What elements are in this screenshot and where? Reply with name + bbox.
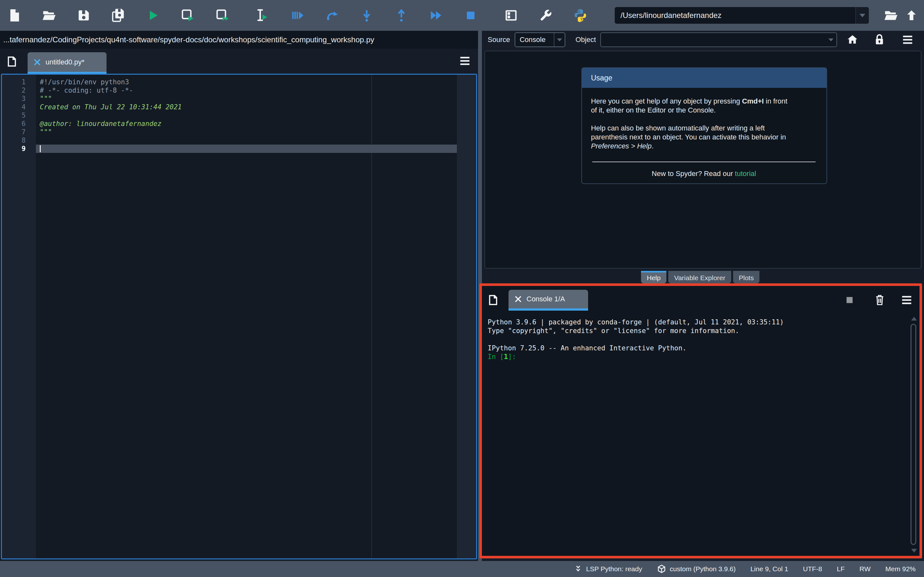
object-label: Object xyxy=(575,35,596,44)
pane-tab-variable-explorer[interactable]: Variable Explorer xyxy=(668,271,731,284)
editor-code[interactable]: #!/usr/bin/env python3# -*- coding: utf-… xyxy=(36,78,457,153)
home-icon[interactable] xyxy=(845,33,859,47)
editor-tab[interactable]: untitled0.py* xyxy=(27,52,107,72)
browse-tabs-button[interactable] xyxy=(486,293,500,307)
help-pane-content: Usage Here you can get help of any objec… xyxy=(485,51,921,269)
scroll-up-arrow-icon[interactable] xyxy=(911,317,917,321)
lock-icon[interactable] xyxy=(872,33,887,47)
working-directory-dropdown[interactable] xyxy=(855,7,869,24)
chevron-down-icon[interactable] xyxy=(554,33,565,47)
code-line[interactable] xyxy=(36,111,457,119)
debug-file-icon[interactable] xyxy=(290,8,305,23)
chevron-down-icon[interactable] xyxy=(825,33,837,47)
editor-tabbar: untitled0.py* xyxy=(0,49,478,74)
close-icon[interactable] xyxy=(514,295,522,303)
pane-tab-help[interactable]: Help xyxy=(641,271,666,284)
source-select-value: Console xyxy=(515,35,554,44)
cursor-position-status: Line 9, Col 1 xyxy=(750,565,788,573)
spyder-window: ...tafernandez/CodingProjects/qu4nt-soft… xyxy=(0,0,924,577)
console-prompt[interactable]: In [1]: xyxy=(488,353,907,361)
lsp-status[interactable]: LSP Python: ready xyxy=(573,564,642,574)
interrupt-kernel-icon[interactable] xyxy=(843,293,857,307)
code-line[interactable] xyxy=(36,136,457,145)
code-line[interactable]: @author: linourdanetafernandez xyxy=(36,119,457,128)
continue-execution-icon[interactable] xyxy=(429,8,443,23)
interpreter-status[interactable]: custom (Python 3.9.6) xyxy=(657,564,735,574)
line-number[interactable]: 2 xyxy=(2,86,36,95)
console-output[interactable]: Python 3.9.6 | packaged by conda-forge |… xyxy=(482,314,919,556)
editor-scrollbar[interactable] xyxy=(457,75,476,558)
package-icon xyxy=(657,564,666,574)
scrollbar-thumb[interactable] xyxy=(911,324,916,545)
line-number[interactable]: 3 xyxy=(2,95,36,103)
usage-body: Here you can get help of any object by p… xyxy=(582,88,827,178)
usage-divider xyxy=(592,161,816,162)
pane-tab-plots[interactable]: Plots xyxy=(733,271,760,284)
line-number[interactable]: 9 xyxy=(2,145,36,153)
usage-box: Usage Here you can get help of any objec… xyxy=(582,67,827,184)
code-line[interactable] xyxy=(36,145,457,153)
bottom-pane-tabs: HelpVariable ExplorerPlots xyxy=(482,271,924,284)
permissions-status: RW xyxy=(859,565,871,573)
tutorial-link[interactable]: tutorial xyxy=(735,169,756,177)
console-tab[interactable]: Console 1/A xyxy=(509,290,588,308)
working-directory-input[interactable] xyxy=(615,7,855,24)
console-scrollbar[interactable] xyxy=(909,315,919,554)
run-icon[interactable] xyxy=(145,8,160,23)
python-path-manager-icon[interactable] xyxy=(573,8,588,23)
file-path-breadcrumb: ...tafernandez/CodingProjects/qu4nt-soft… xyxy=(0,31,478,49)
save-icon[interactable] xyxy=(76,8,91,23)
usage-paragraph-2: Help can also be shown automatically aft… xyxy=(591,124,817,151)
main-toolbar xyxy=(0,0,924,31)
code-editor[interactable]: 123456789 #!/usr/bin/env python3# -*- co… xyxy=(1,74,477,559)
step-into-icon[interactable] xyxy=(359,8,374,23)
code-line[interactable]: #!/usr/bin/env python3 xyxy=(36,78,457,86)
encoding-status: UTF-8 xyxy=(803,565,822,573)
code-line[interactable]: """ xyxy=(36,95,457,103)
console-tab-label: Console 1/A xyxy=(527,295,565,303)
object-combobox[interactable] xyxy=(600,32,837,47)
line-number[interactable]: 8 xyxy=(2,136,36,145)
maximize-pane-icon[interactable] xyxy=(504,8,519,23)
code-line[interactable]: Created on Thu Jul 22 10:31:44 2021 xyxy=(36,103,457,111)
code-line[interactable]: # -*- coding: utf-8 -*- xyxy=(36,86,457,95)
remove-variables-icon[interactable] xyxy=(873,293,887,307)
browse-tabs-button[interactable] xyxy=(5,55,19,69)
source-select[interactable]: Console xyxy=(515,32,565,47)
console-banner-text: Python 3.9.6 | packaged by conda-forge |… xyxy=(488,318,907,353)
save-all-icon[interactable] xyxy=(111,8,126,23)
help-options-menu-icon[interactable] xyxy=(901,33,915,47)
stop-icon[interactable] xyxy=(463,8,478,23)
editor-options-menu-icon[interactable] xyxy=(459,56,472,67)
close-icon[interactable] xyxy=(33,58,41,66)
preferences-icon[interactable] xyxy=(538,8,553,23)
open-file-icon[interactable] xyxy=(42,8,57,23)
run-selection-icon[interactable] xyxy=(255,8,270,23)
lsp-icon xyxy=(573,564,583,574)
line-number[interactable]: 5 xyxy=(2,111,36,119)
line-number[interactable]: 6 xyxy=(2,119,36,128)
usage-footer: New to Spyder? Read our tutorial xyxy=(591,169,817,178)
working-directory-field xyxy=(615,7,869,24)
line-number[interactable]: 7 xyxy=(2,128,36,136)
source-label: Source xyxy=(488,35,510,44)
object-input[interactable] xyxy=(601,33,825,47)
editor-gutter[interactable]: 123456789 xyxy=(2,75,36,558)
parent-directory-icon[interactable] xyxy=(904,8,919,23)
eol-status: LF xyxy=(837,565,845,573)
code-line[interactable]: """ xyxy=(36,128,457,136)
help-pane-header: Source Console Object xyxy=(482,31,924,49)
run-cell-icon[interactable] xyxy=(180,8,195,23)
text-cursor xyxy=(40,145,41,152)
usage-title: Usage xyxy=(582,68,827,88)
new-file-icon[interactable] xyxy=(7,8,22,23)
console-tab-underline xyxy=(509,308,588,311)
line-number[interactable]: 4 xyxy=(2,103,36,111)
step-over-icon[interactable] xyxy=(325,8,339,23)
run-cell-advance-icon[interactable] xyxy=(215,8,230,23)
scroll-down-arrow-icon[interactable] xyxy=(911,549,917,553)
line-number[interactable]: 1 xyxy=(2,78,36,86)
browse-working-directory-icon[interactable] xyxy=(884,8,898,23)
console-options-menu-icon[interactable] xyxy=(900,293,914,307)
step-out-icon[interactable] xyxy=(394,8,409,23)
